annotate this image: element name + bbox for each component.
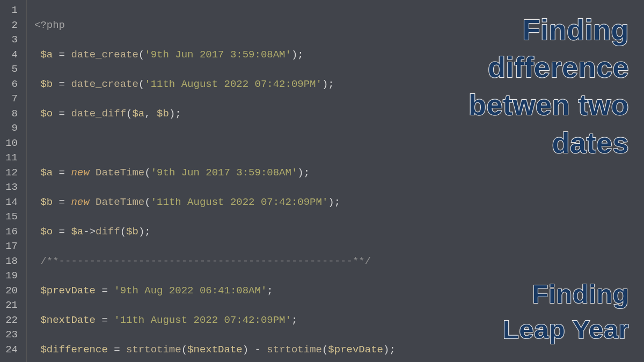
- line-number: 3: [3, 33, 20, 48]
- line-number: 5: [3, 62, 20, 77]
- code-line: $b = new DateTime('11th August 2022 07:4…: [34, 195, 396, 210]
- code-line: $o = $a->diff($b);: [34, 225, 396, 240]
- line-number: 19: [3, 269, 20, 284]
- line-number: 2: [3, 18, 20, 33]
- title-overlay-top: Finding difference betwen two dates: [469, 11, 629, 161]
- line-number: 8: [3, 107, 20, 122]
- line-number: 14: [3, 195, 20, 210]
- line-number: 16: [3, 225, 20, 240]
- line-number: 17: [3, 239, 20, 254]
- code-line: <?php: [34, 18, 396, 33]
- code-content[interactable]: <?php $a = date_create('9th Jun 2017 3:5…: [27, 0, 396, 362]
- overlay-line: betwen two: [469, 86, 629, 123]
- line-number: 13: [3, 180, 20, 195]
- line-number: 4: [3, 48, 20, 63]
- title-overlay-bottom: Finding Leap Year: [503, 276, 629, 347]
- code-line: $nextDate = '11th August 2022 07:42:09PM…: [34, 313, 396, 328]
- code-line: $difference = strtotime($nextDate) - str…: [34, 343, 396, 358]
- line-number: 11: [3, 151, 20, 166]
- code-line: [34, 136, 396, 151]
- line-number-gutter: 1 2 3 4 5 6 7 8 9 10 11 12 13 14 15 16 1…: [0, 0, 27, 362]
- code-line: $prevDate = '9th Aug 2022 06:41:08AM';: [34, 284, 396, 299]
- overlay-line: Leap Year: [503, 312, 629, 347]
- line-number: 15: [3, 210, 20, 225]
- code-line: $b = date_create('11th August 2022 07:42…: [34, 77, 396, 92]
- overlay-line: Finding: [469, 11, 629, 48]
- line-number: 20: [3, 284, 20, 299]
- line-number: 10: [3, 136, 20, 151]
- overlay-line: dates: [469, 124, 629, 161]
- overlay-line: difference: [469, 48, 629, 86]
- code-line: $a = date_create('9th Jun 2017 3:59:08AM…: [34, 48, 396, 63]
- line-number: 22: [3, 313, 20, 328]
- code-line: $o = date_diff($a, $b);: [34, 107, 396, 122]
- line-number: 9: [3, 121, 20, 136]
- line-number: 7: [3, 92, 20, 107]
- line-number: 21: [3, 298, 20, 313]
- code-line: /**-------------------------------------…: [34, 254, 396, 269]
- line-number: 1: [3, 3, 20, 18]
- line-number: 6: [3, 77, 20, 92]
- line-number: 18: [3, 254, 20, 269]
- line-number: 24: [3, 343, 20, 358]
- overlay-line: Finding: [503, 276, 629, 312]
- line-number: 12: [3, 166, 20, 181]
- line-number: 23: [3, 328, 20, 343]
- code-line: $a = new DateTime('9th Jun 2017 3:59:08A…: [34, 166, 396, 181]
